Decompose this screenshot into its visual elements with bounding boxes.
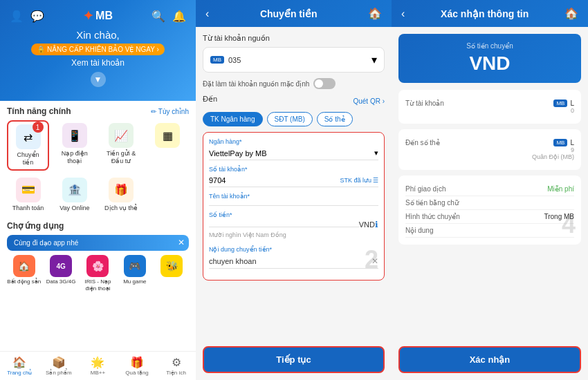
content-input[interactable]: chuyen khoan ✕ [209,254,378,269]
app-item-game[interactable]: 🎮 Mu game [118,255,151,292]
confirm-title: Xác nhận thông tin [441,8,529,19]
marketplace-close-icon[interactable]: ✕ [178,238,185,247]
user-icon[interactable]: 👤 [10,10,24,23]
topup-icon: 📱 [62,123,87,148]
fee-value: Miễn phí [547,185,574,193]
transfer-title: Chuyển tiền [260,8,318,19]
confirm-amount-label: Số tiền chuyển [407,42,573,50]
confirm-button[interactable]: Xác nhận [398,346,581,373]
account-field: Số tài khoản* 9704 STK đã lưu ☰ [209,166,378,187]
back-icon[interactable]: ‹ [205,8,209,20]
tab-phone[interactable]: SĐT (MB) [267,112,313,126]
from-account-label: Từ tài khoản [405,99,444,107]
fee-label: Phí giao dịch [405,185,446,193]
continue-button[interactable]: Tiếp tục [203,346,385,373]
account-selector[interactable]: MB 035 ▾ [203,47,385,73]
nav-gifts[interactable]: 🎁 Quà tặng [118,356,157,376]
feature-item-more[interactable]: ▦ [147,120,189,171]
nav-mbpp[interactable]: 🌟 MB++ [78,356,118,376]
step-number-4: 4 [562,210,576,239]
marketplace-banner-text: Cùng đi dạo app nhé [14,239,78,247]
marketplace-banner: Cùng đi dạo app nhé ✕ [7,235,189,251]
chevron-down-button[interactable]: ▼ [91,72,106,87]
nav-home[interactable]: 🏠 Trang chủ [0,356,39,376]
confirm-home-icon[interactable]: 🏠 [564,7,578,20]
qr-button[interactable]: Quét QR › [353,97,385,105]
from-account-detail: MB L 0 [553,99,574,114]
info-icon[interactable]: ℹ [375,220,378,229]
game-icon: 🎮 [124,255,146,277]
stk-saved-badge[interactable]: STK đã lưu ☰ [340,177,378,184]
amount-input[interactable] [209,222,359,227]
account-name-field: Tên tài khoản* [209,193,378,206]
customize-button[interactable]: ✏ Tùy chỉnh [151,108,189,115]
feature-item-invest[interactable]: 📈 Tiền gửi & Đầu tư [100,120,143,171]
app-item-iris[interactable]: 🌸 IRIS - Nạp điện thoại [81,255,115,292]
bank-field: Ngân hàng* ViettelPay by MB ▾ [209,138,378,160]
nav-products[interactable]: 📦 Sản phẩm [39,356,79,376]
feature-label-card: Dịch vụ thẻ [104,205,138,212]
to-account-name: L [570,139,574,146]
loan-icon: 🏦 [62,178,87,202]
feature-label-loan: Vay Online [59,205,89,212]
vnd-label: VND [359,220,375,229]
nav-gifts-label: Quà tặng [125,370,148,376]
marketplace-section: Chợ ứng dụng Cùng đi dạo app nhé ✕ 🏠 Bất… [0,217,196,296]
confirm-back-icon[interactable]: ‹ [401,8,405,20]
feature-item-transfer[interactable]: ⇄ 1 Chuyển tiền [7,120,49,171]
panel-transfer: ‹ Chuyển tiền 🏠 Từ tài khoản nguồn MB 03… [196,0,392,380]
toggle-switch[interactable] [313,78,336,89]
upgrade-badge[interactable]: 🔒 NÂNG CẤP KHIÊN BẢO VỆ NGAY › [31,44,164,55]
app-item-realestate[interactable]: 🏠 Bất động sản [7,255,41,292]
realestate-icon: 🏠 [13,255,35,277]
nav-utilities-icon: ⚙ [172,356,181,369]
feature-item-card[interactable]: 🎁 Dịch vụ thẻ [100,175,143,215]
app-item-data[interactable]: 4G Data 3G/4G [44,255,77,292]
to-account-row: Đến số thẻ MB L 9 Quân Đội (MB) [405,136,574,163]
app-grid: 🏠 Bất động sản 4G Data 3G/4G 🌸 IRIS - Nạ… [7,255,189,292]
search-icon[interactable]: 🔍 [151,10,165,23]
feature-item-payment[interactable]: 💳 Thanh toán [7,175,49,215]
fee-details-card: Phí giao dịch Miễn phí Số tiền bằng chữ … [398,175,581,245]
message-icon[interactable]: 💬 [30,10,44,23]
tab-card[interactable]: Số thẻ [317,112,353,126]
content-label: Nội dung chuyển tiền* [209,246,378,253]
bee-icon: 🐝 [160,255,183,277]
content-value: chuyen khoan [209,257,371,265]
bank-field-label: Ngân hàng* [209,138,378,145]
feature-label-topup: Nạp điện thoại [56,150,93,165]
app-item-bee[interactable]: 🐝 [155,255,189,292]
nav-products-label: Sản phẩm [46,370,72,376]
mb-tag: MB [210,56,224,64]
confirm-amount-section: Số tiền chuyển VND [398,34,581,83]
transfer-badge: 1 [33,122,44,133]
nav-mbpp-icon: 🌟 [91,356,104,369]
home-icon[interactable]: 🏠 [368,7,382,20]
bank-input[interactable]: ViettelPay by MB ▾ [209,146,378,160]
feature-item-topup[interactable]: 📱 Nạp điện thoại [53,120,95,171]
to-account-card: Đến số thẻ MB L 9 Quân Đội (MB) [398,129,581,170]
default-account-toggle: Đặt làm tài khoản nguồn mặc định [203,78,385,89]
amount-label: Số tiền* [209,211,378,218]
card-icon: 🎁 [109,178,134,202]
account-field-label: Số tài khoản* [209,166,378,173]
feature-item-loan[interactable]: 🏦 Vay Online [53,175,95,215]
account-number: 035 [228,56,241,64]
transfer-type-row: Hình thức chuyển Trong MB [405,210,574,224]
to-account-detail: MB L 9 Quân Đội (MB) [532,139,574,160]
confirm-amount-value: VND [407,53,573,75]
panel-home: 👤 💬 ✦ MB 🔍 🔔 Xin chào, 🔒 NÂNG CẤP KHIÊN … [0,0,196,380]
bank-value: ViettelPay by MB [209,149,267,158]
feature-label-transfer: Chuyển tiền [11,151,45,167]
transfer-header: ‹ Chuyển tiền 🏠 [196,0,392,27]
account-name-input[interactable] [209,201,378,206]
tab-bank-account[interactable]: TK Ngân hàng [203,112,263,126]
account-field-input[interactable]: 9704 STK đã lưu ☰ [209,174,378,187]
from-account-name: L [570,99,574,107]
from-account-card: Từ tài khoản MB L 0 [398,90,581,124]
view-account-link[interactable]: Xem tài khoản [10,58,186,68]
nav-utilities[interactable]: ⚙ Tiện ích [156,356,196,376]
bottom-nav: 🏠 Trang chủ 📦 Sản phẩm 🌟 MB++ 🎁 Quà tặng… [0,351,196,380]
bell-icon[interactable]: 🔔 [172,10,186,23]
from-section-label: Từ tài khoản nguồn [203,34,385,43]
